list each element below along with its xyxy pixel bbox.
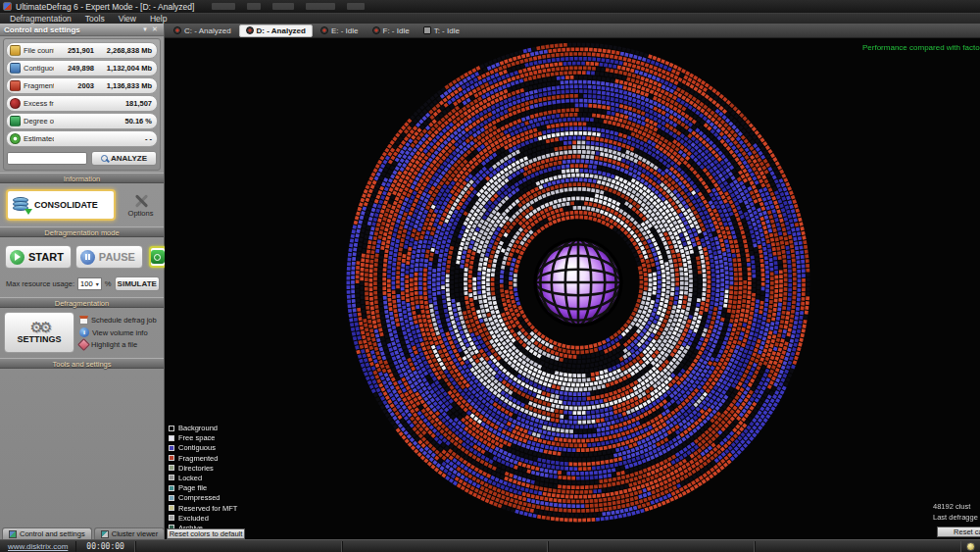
status-segments	[135, 541, 961, 552]
status-bar: www.disktrix.com 00:00:00	[0, 539, 980, 552]
legend-swatch[interactable]	[169, 435, 174, 441]
drive-icon	[372, 26, 380, 34]
tab-drive-c[interactable]: C: - Analyzed	[168, 25, 237, 37]
menu-defragmentation[interactable]: Defragmentation	[10, 14, 72, 24]
disk-stack-icon	[13, 197, 29, 213]
max-resource-select[interactable]: 100 ▾	[77, 277, 102, 290]
power-icon	[151, 250, 165, 264]
disk-canvas[interactable]	[165, 38, 980, 539]
legend-swatch[interactable]	[169, 485, 174, 491]
tab-drive-d[interactable]: D: - Analyzed	[239, 25, 313, 37]
stat-row-excess-fragments: Excess fragments 181,507	[6, 95, 158, 112]
drive-icon	[246, 26, 254, 34]
menu-tools[interactable]: Tools	[85, 14, 105, 24]
highlight-file-link[interactable]: Highlight a file	[79, 340, 161, 349]
play-icon	[10, 250, 24, 265]
tools-icon	[133, 193, 149, 209]
file-count-icon	[10, 45, 21, 56]
analyze-button[interactable]: ANALYZE	[91, 151, 157, 166]
drive-tab-label: T: - Idle	[434, 26, 460, 35]
drive-tab-label: D: - Analyzed	[257, 26, 306, 35]
tab-control-and-settings[interactable]: Control and settings	[2, 527, 92, 539]
menu-view[interactable]: View	[119, 14, 136, 24]
calendar-icon	[79, 316, 88, 325]
tool-link-label: Highlight a file	[91, 340, 137, 349]
stat-label: Degree of fragmentation	[24, 117, 54, 125]
options-button[interactable]: Options	[122, 193, 160, 218]
drive-icon	[423, 26, 431, 34]
pause-icon	[80, 250, 95, 265]
max-resource-value: 100	[80, 279, 93, 288]
tab-drive-t[interactable]: T: - Idle	[417, 25, 466, 37]
legend-swatch[interactable]	[169, 426, 174, 431]
legend-swatch[interactable]	[169, 455, 174, 461]
reset-camera-button[interactable]: Reset cam	[937, 527, 980, 537]
settings-button[interactable]: ⚙⚙ SETTINGS	[4, 312, 74, 353]
legend-swatch[interactable]	[169, 515, 174, 521]
panel-tab-bar: Control and settings Cluster viewer	[0, 527, 164, 539]
drive-tab-label: F: - Idle	[383, 26, 410, 35]
tools-group: ⚙⚙ SETTINGS Schedule defrag job i View v…	[0, 308, 164, 356]
defragmentation-caption: Defragmentation	[0, 297, 164, 308]
blurred-overlay-menu	[212, 3, 365, 10]
pause-label: PAUSE	[99, 251, 135, 263]
app-window: UltimateDefrag 6 - Expert Mode - [D: - A…	[0, 0, 980, 552]
window-title: UltimateDefrag 6 - Expert Mode - [D: - A…	[16, 2, 194, 12]
consolidate-button[interactable]: CONSOLIDATE	[6, 189, 116, 221]
gears-icon: ⚙⚙	[30, 321, 49, 334]
chevron-down-icon: ▾	[96, 280, 99, 287]
tab-drive-e[interactable]: E: - Idle	[315, 25, 365, 37]
settings-label: SETTINGS	[17, 334, 61, 344]
stat-row-time-remaining: Estimated time remaining - -	[6, 130, 158, 147]
percent-label: %	[105, 279, 112, 288]
start-button[interactable]: START	[5, 245, 72, 269]
stat-size: 1,136,833 Mb	[97, 81, 152, 90]
disktrix-link[interactable]: www.disktrix.com	[0, 542, 75, 551]
stat-size: 1,132,004 Mb	[97, 64, 152, 73]
options-label: Options	[128, 209, 154, 218]
stat-count: 249,898	[57, 64, 94, 73]
stat-count: 251,901	[57, 46, 94, 55]
menu-bar: Defragmentation Tools View Help	[0, 13, 980, 24]
legend-swatch[interactable]	[169, 465, 174, 471]
legend-item: Background	[169, 424, 237, 432]
drive-icon	[173, 26, 181, 34]
drive-tab-label: C: - Analyzed	[184, 26, 231, 35]
defrag-controls: START PAUSE	[0, 237, 164, 273]
stat-row-file-count: File count 251,901 2,268,838 Mb	[6, 42, 158, 59]
legend-item: Fragmented	[169, 454, 237, 463]
consolidate-label: CONSOLIDATE	[34, 200, 98, 210]
information-caption: Information	[0, 173, 164, 183]
view-volume-info-link[interactable]: i View volume info	[79, 327, 161, 337]
cluster-tab-icon	[101, 530, 109, 538]
reset-colors-button[interactable]: Reset colors to default	[167, 528, 245, 539]
legend-swatch[interactable]	[169, 495, 174, 501]
legend-swatch[interactable]	[169, 445, 174, 451]
menu-help[interactable]: Help	[150, 14, 167, 24]
bulb-icon	[966, 542, 975, 551]
analyze-row: ANALYZE	[7, 149, 157, 167]
panel-close-icon[interactable]: ✕	[150, 25, 160, 33]
tools-caption: Tools and settings	[0, 358, 164, 369]
schedule-defrag-link[interactable]: Schedule defrag job	[79, 316, 161, 325]
legend-swatch[interactable]	[169, 505, 174, 511]
performance-text: Performance compared with factory a	[862, 43, 980, 52]
tab-cluster-viewer[interactable]: Cluster viewer	[94, 527, 166, 539]
info-icon: i	[79, 327, 89, 337]
stat-size: - -	[97, 134, 152, 143]
panel-tab-label: Control and settings	[20, 529, 85, 538]
cluster-count-text: 48192 clust	[933, 502, 970, 511]
tab-drive-f[interactable]: F: - Idle	[367, 25, 416, 37]
magnifier-icon	[101, 155, 108, 162]
stat-row-degree: Degree of fragmentation 50.16 %	[6, 113, 158, 129]
legend-item: Excluded	[169, 514, 237, 523]
max-resource-label: Max resource usage:	[6, 279, 74, 288]
simulate-button[interactable]: SIMULATE	[115, 276, 160, 291]
timer-segment: 00:00:00	[75, 541, 135, 552]
legend-swatch[interactable]	[169, 475, 174, 480]
pause-button[interactable]: PAUSE	[75, 245, 143, 269]
control-panel-title: Control and settings	[4, 25, 140, 34]
panel-collapse-icon[interactable]: ▾	[140, 25, 150, 33]
file-filter-input[interactable]	[7, 152, 87, 165]
elapsed-timer: 00:00:00	[86, 542, 124, 551]
